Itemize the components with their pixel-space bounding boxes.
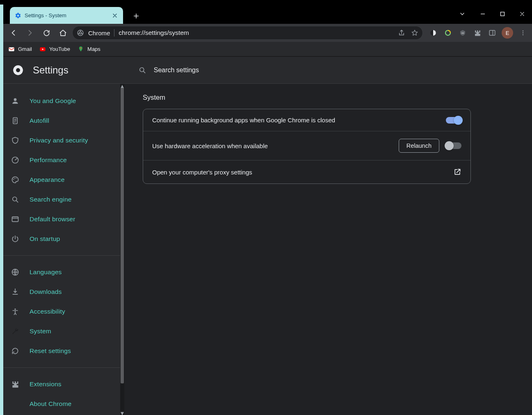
svg-point-20 (13, 179, 14, 180)
tab-search-button[interactable] (454, 6, 470, 22)
maximize-button[interactable] (493, 6, 512, 22)
search-icon (138, 66, 146, 74)
sidebar-item-search-engine[interactable]: Search engine (3, 190, 120, 209)
tab-title: Settings - System (25, 12, 108, 18)
settings-sidebar: You and GoogleAutofillPrivacy and securi… (3, 84, 125, 415)
sidebar-item-languages[interactable]: Languages (3, 262, 120, 282)
svg-text:uo: uo (461, 32, 464, 34)
sidebar-item-label: Search engine (30, 196, 72, 203)
sidebar-item-autofill[interactable]: Autofill (3, 111, 120, 131)
extension-3-icon[interactable]: uo (457, 28, 468, 38)
sidebar-item-label: Autofill (30, 117, 49, 124)
reset-icon (11, 346, 20, 355)
sidebar-separator (3, 367, 120, 368)
svg-point-11 (80, 47, 82, 48)
extension-1-icon[interactable] (428, 28, 438, 38)
sidebar-item-label: On startup (30, 235, 60, 243)
youtube-icon (39, 46, 46, 53)
sidebar-scrollbar[interactable]: ▴ ▾ (120, 84, 124, 415)
globe-icon (11, 268, 20, 277)
bookmarks-bar: Gmail YouTube Maps (3, 42, 532, 57)
omnibox-chip: Chrome (88, 30, 110, 37)
share-icon[interactable] (398, 29, 405, 37)
minimize-button[interactable] (473, 6, 493, 22)
chevron-down-icon (459, 11, 466, 17)
side-panel-button[interactable] (487, 28, 498, 38)
avatar-initial: E (506, 30, 509, 36)
settings-search[interactable] (138, 66, 285, 74)
sidebar-item-about-chrome[interactable]: About Chrome (3, 394, 120, 414)
bookmark-maps[interactable]: Maps (78, 46, 100, 53)
sidebar-item-performance[interactable]: Performance (3, 150, 120, 170)
close-icon[interactable] (112, 12, 118, 19)
svg-point-15 (16, 68, 20, 72)
extension-icon (11, 380, 20, 389)
sidebar-item-privacy-and-security[interactable]: Privacy and security (3, 131, 120, 150)
new-tab-button[interactable] (130, 10, 142, 22)
extensions-menu-button[interactable] (472, 28, 483, 38)
wrench-icon (11, 327, 20, 336)
row-label: Continue running background apps when Go… (152, 117, 439, 124)
reload-button[interactable] (39, 26, 53, 40)
search-icon (11, 195, 20, 204)
sidebar-item-you-and-google[interactable]: You and Google (3, 91, 120, 111)
sidebar-item-accessibility[interactable]: Accessibility (3, 302, 120, 321)
bookmark-label: Gmail (18, 46, 32, 52)
address-bar[interactable]: Chrome chrome://settings/system (72, 26, 423, 40)
sidebar-item-system[interactable]: System (3, 321, 120, 341)
sidebar-item-on-startup[interactable]: On startup (3, 229, 120, 249)
bookmark-gmail[interactable]: Gmail (8, 46, 32, 53)
browser-menu-button[interactable] (517, 27, 529, 39)
arrow-left-icon (9, 29, 18, 37)
close-window-button[interactable] (512, 6, 532, 22)
sidebar-item-default-browser[interactable]: Default browser (3, 209, 120, 229)
svg-rect-9 (9, 47, 14, 51)
puzzle-icon (474, 29, 481, 37)
sidebar-item-label: System (30, 328, 51, 335)
row-label: Use hardware acceleration when available (152, 142, 392, 149)
svg-point-26 (14, 309, 16, 310)
sidebar-item-extensions[interactable]: Extensions (3, 374, 120, 394)
relaunch-button[interactable]: Relaunch (399, 139, 439, 153)
browser-icon (11, 215, 20, 224)
forward-button[interactable] (23, 26, 37, 40)
dots-vertical-icon (520, 30, 526, 36)
open-external-icon (453, 168, 461, 176)
star-icon[interactable] (411, 29, 418, 37)
svg-point-2 (79, 32, 81, 34)
sidebar-item-reset-settings[interactable]: Reset settings (3, 341, 120, 361)
window-controls (454, 5, 532, 23)
palette-icon (11, 175, 20, 184)
toggle-background-apps[interactable] (446, 117, 461, 124)
omnibox-left: Chrome chrome://settings/system (77, 29, 189, 37)
sidebar-item-label: Privacy and security (30, 137, 88, 144)
bookmark-youtube[interactable]: YouTube (39, 46, 70, 53)
window-left-strip (0, 5, 3, 415)
svg-point-7 (523, 32, 523, 33)
profile-avatar[interactable]: E (502, 27, 513, 39)
svg-point-22 (16, 178, 16, 179)
toggle-hardware-accel[interactable] (446, 142, 461, 149)
svg-point-8 (523, 34, 523, 35)
power-icon (11, 234, 20, 243)
sidebar-item-label: Downloads (30, 288, 62, 296)
scroll-thumb[interactable] (121, 88, 124, 383)
svg-point-21 (14, 178, 15, 179)
extension-2-icon[interactable] (443, 28, 453, 38)
browser-tab[interactable]: Settings - System (10, 7, 123, 24)
search-input[interactable] (154, 66, 285, 74)
sidebar-item-label: Default browser (30, 216, 75, 223)
home-button[interactable] (56, 26, 70, 40)
minimize-icon (480, 11, 485, 16)
back-button[interactable] (7, 26, 21, 40)
row-proxy-settings[interactable]: Open your computer's proxy settings (143, 160, 470, 183)
scroll-up-arrow[interactable]: ▴ (120, 84, 124, 88)
svg-rect-24 (12, 217, 18, 222)
sidebar-item-appearance[interactable]: Appearance (3, 170, 120, 190)
omnibox-divider (114, 29, 114, 37)
accessibility-icon (11, 307, 20, 316)
scroll-down-arrow[interactable]: ▾ (120, 411, 124, 415)
sidebar-item-label: Appearance (30, 176, 65, 183)
sidebar-item-downloads[interactable]: Downloads (3, 282, 120, 302)
gear-icon (15, 12, 21, 19)
